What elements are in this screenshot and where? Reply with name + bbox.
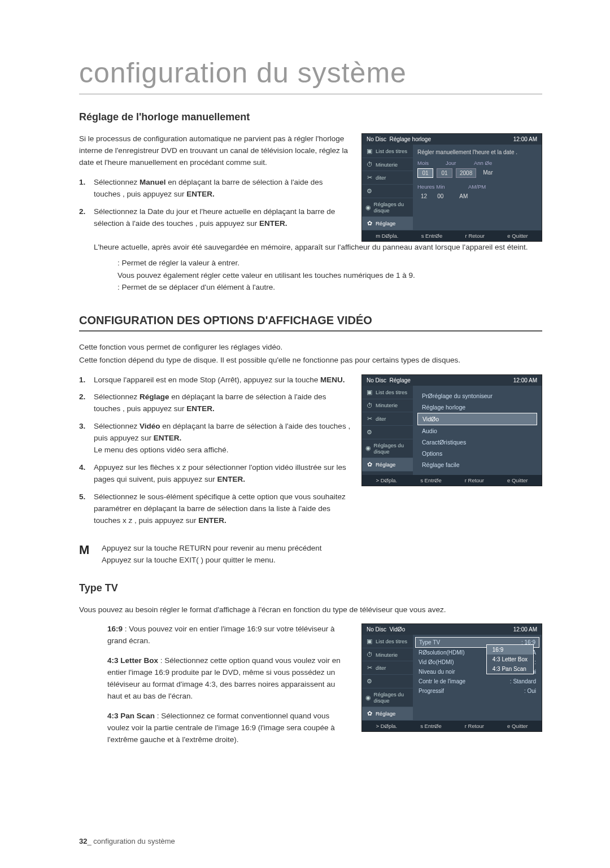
osd-sb-edit[interactable]: ✂diter [362, 171, 413, 185]
text: Le menu des options vidéo sera affiché. [94, 446, 228, 454]
hint-move: > DØpla. [376, 723, 397, 729]
scissors-icon: ✂ [365, 415, 373, 422]
term-enter: ENTER. [186, 190, 215, 198]
flower-icon: ✿ [365, 220, 373, 227]
list-icon: ▣ [365, 389, 373, 396]
v: : Oui [524, 688, 536, 694]
osd-no-disc: No Disc [367, 626, 386, 633]
video-submenu: 16:9 4:3 Letter Box 4:3 Pan Scan [486, 644, 534, 674]
hint-return: r Retour [465, 233, 485, 239]
osd-sidebar: ▣List des titres ⏱Minuterie ✂diter ⚙ ◉Ré… [362, 386, 413, 475]
label: Minuterie [376, 402, 398, 408]
value-dow: Mar [480, 168, 496, 178]
v: : [534, 659, 536, 665]
osd-sb-setup[interactable]: ✿Réglage [362, 458, 413, 472]
menu-item-easy[interactable]: Réglage facile [417, 459, 537, 470]
menu-item-video[interactable]: VidØo [417, 413, 537, 425]
osd-sb-setup[interactable]: ✿Réglage [362, 217, 413, 230]
term-enter: ENTER. [154, 434, 182, 442]
hint-enter: s EntrØe [420, 477, 442, 483]
term-reglage: Réglage [140, 392, 169, 401]
osd-time: 12:00 AM [513, 136, 537, 142]
bullet-1a: : Permet de régler la valeur à entrer. [79, 257, 542, 269]
sub-43ps[interactable]: 4:3 Pan Scan [487, 664, 533, 674]
menu-item-tuner[interactable]: PrØréglage du syntoniseur [417, 390, 537, 402]
footer-sep: _ [87, 837, 91, 845]
osd-crumb: Réglage [390, 377, 411, 383]
osd-sb-item4[interactable]: ⚙ [362, 185, 413, 198]
input-annee[interactable]: 2008 [456, 168, 476, 178]
sub-43lb[interactable]: 4:3 Letter Box [487, 655, 533, 664]
scissors-icon: ✂ [365, 174, 373, 181]
opt-169: 16:9 : Vous pouvez voir en entier l'imag… [107, 623, 351, 647]
label: List des titres [376, 389, 407, 395]
label: Réglage [376, 220, 395, 226]
label: Réglages du disque [374, 201, 409, 213]
clock-icon: ⏱ [365, 161, 373, 168]
text: Sélectionnez [94, 422, 140, 430]
label: Minuterie [376, 652, 398, 658]
hint-exit: e Quitter [507, 477, 528, 483]
osd-crumb: Réglage horloge [390, 136, 431, 142]
osd-sb-timer[interactable]: ⏱Minuterie [362, 399, 413, 412]
label-mois: Mois [417, 160, 440, 166]
section1-step-1: Sélectionnez Manuel en déplaçant la barr… [79, 177, 351, 200]
input-jour[interactable]: 01 [437, 168, 452, 178]
osd-sb-disc[interactable]: ◉Réglages du disque [362, 198, 413, 217]
label: Réglages du disque [374, 691, 409, 704]
clock-icon: ⏱ [365, 402, 373, 409]
osd-sb-edit[interactable]: ✂diter [362, 661, 413, 675]
value-h[interactable]: 12 [417, 192, 430, 200]
osd-setup: No Disc Réglage 12:00 AM ▣List des titre… [361, 374, 542, 486]
osd-sb-disc[interactable]: ◉Réglages du disque [362, 688, 413, 707]
page-number: 32 [79, 837, 87, 845]
label-jour: Jour [446, 160, 468, 166]
opt-label-169: 16:9 [107, 625, 123, 633]
text: Sélectionnez la Date du jour et l'heure … [94, 207, 335, 228]
menu-item-features[interactable]: CaractØristiques [417, 437, 537, 448]
gear-icon: ⚙ [365, 678, 373, 685]
label: diter [376, 175, 386, 181]
video-row-imgctrl[interactable]: Contr le de l'image: Standard [415, 677, 539, 686]
osd-no-disc: No Disc [367, 136, 386, 142]
osd-sb-titles[interactable]: ▣List des titres [362, 635, 413, 648]
osd-time: 12:00 AM [513, 377, 537, 383]
bullet-2: : Permet de se déplacer d'un élément à l… [79, 281, 542, 294]
osd-sb-timer[interactable]: ⏱Minuterie [362, 158, 413, 171]
opt-label-43ps: 4:3 Pan Scan [107, 712, 155, 720]
video-row-prog[interactable]: Progressif: Oui [415, 686, 539, 696]
k: Progressif [419, 688, 444, 694]
osd-video: No Disc VidØo 12:00 AM ▣List des titres … [361, 623, 542, 732]
input-mois[interactable]: 01 [417, 168, 433, 178]
value-ampm[interactable]: AM [456, 192, 471, 200]
note-icon: M [79, 543, 93, 557]
osd-sb-disc[interactable]: ◉Réglages du disque [362, 439, 413, 458]
footer-text: configuration du système [91, 837, 175, 845]
osd-sb-titles[interactable]: ▣List des titres [362, 386, 413, 399]
term-manuel: Manuel [140, 178, 166, 186]
osd-sb-item4[interactable]: ⚙ [362, 426, 413, 439]
term-video: Vidéo [140, 422, 160, 430]
menu-item-audio[interactable]: Audio [417, 425, 537, 437]
clock-icon: ⏱ [365, 651, 373, 658]
osd-sb-timer[interactable]: ⏱Minuterie [362, 648, 413, 661]
label: diter [376, 665, 386, 671]
disc-icon: ◉ [365, 204, 372, 211]
osd-sb-titles[interactable]: ▣List des titres [362, 145, 413, 158]
term-enter: ENTER. [186, 404, 215, 413]
osd-sb-edit[interactable]: ✂diter [362, 412, 413, 426]
menu-item-options[interactable]: Options [417, 448, 537, 459]
hint-return: r Retour [465, 723, 484, 729]
bullet-1b: Vous pouvez également régler cette valeu… [79, 269, 542, 282]
osd-sb-item4[interactable]: ⚙ [362, 675, 413, 688]
value-m[interactable]: 00 [434, 192, 447, 200]
text: Sélectionnez [94, 392, 140, 401]
label-ampm: AM/PM [468, 184, 491, 190]
osd-sb-setup[interactable]: ✿Réglage [362, 707, 413, 721]
label: List des titres [376, 638, 407, 644]
sub-169[interactable]: 16:9 [487, 645, 533, 655]
section2-step-5: Sélectionnez le sous-élément spécifique … [79, 491, 351, 527]
label: Réglage [376, 710, 395, 717]
disc-icon: ◉ [365, 694, 372, 701]
menu-item-clock[interactable]: Réglage horloge [417, 402, 537, 413]
